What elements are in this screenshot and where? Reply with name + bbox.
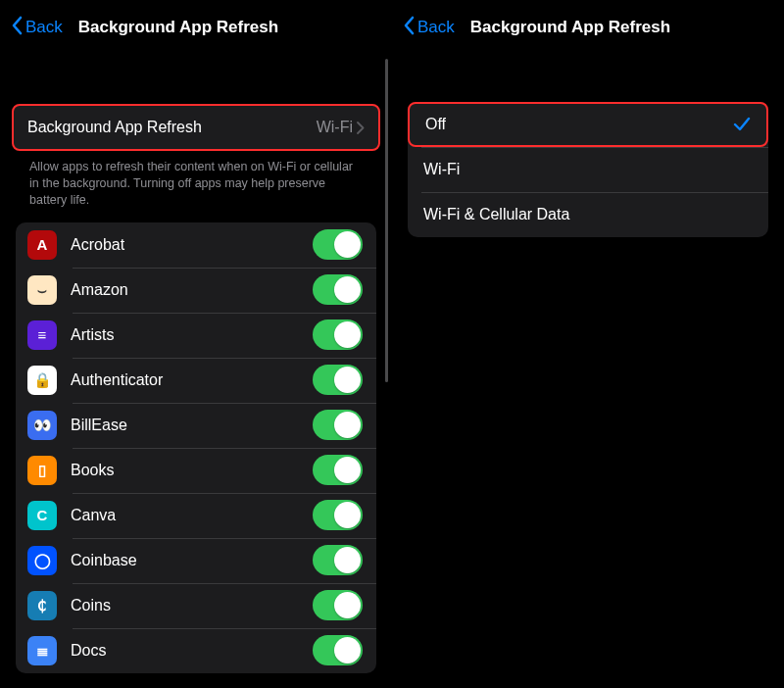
back-button[interactable]: Back	[402, 16, 455, 40]
app-label: BillEase	[71, 417, 313, 434]
app-row: 👀BillEase	[16, 403, 376, 448]
app-icon: C	[27, 501, 57, 530]
app-row: AAcrobat	[16, 222, 376, 268]
app-toggle[interactable]	[313, 229, 363, 260]
checkmark-icon	[733, 117, 751, 132]
back-label: Back	[417, 18, 455, 37]
app-toggle[interactable]	[313, 410, 363, 440]
app-toggle[interactable]	[313, 545, 363, 575]
scroll-indicator[interactable]	[385, 59, 388, 382]
nav-header: Back Background App Refresh	[392, 0, 784, 55]
app-label: Coins	[71, 597, 313, 614]
app-row: ▯Books	[16, 448, 376, 493]
app-row: ≡Artists	[16, 313, 376, 358]
app-toggle[interactable]	[313, 455, 363, 485]
app-list: AAcrobat⌣Amazon≡Artists🔒Authenticator👀Bi…	[16, 222, 376, 673]
app-row: ≣Docs	[16, 628, 376, 673]
page-title: Background App Refresh	[78, 18, 278, 37]
app-row: ₵Coins	[16, 583, 376, 628]
app-label: Coinbase	[71, 552, 313, 569]
screen-right: Back Background App Refresh OffWi-FiWi-F…	[392, 0, 784, 688]
app-label: Amazon	[71, 281, 313, 299]
app-label: Authenticator	[71, 371, 313, 389]
app-toggle[interactable]	[313, 500, 363, 530]
app-row: CCanva	[16, 493, 376, 538]
app-icon: ≣	[27, 636, 57, 665]
refresh-option-row[interactable]: Wi-Fi & Cellular Data	[408, 192, 768, 237]
refresh-option-row[interactable]: Off	[408, 102, 768, 147]
app-row: ◯Coinbase	[16, 538, 376, 583]
screen-left: Back Background App Refresh Background A…	[0, 0, 392, 688]
back-button[interactable]: Back	[10, 16, 63, 40]
setting-footer-text: Allow apps to refresh their content when…	[0, 151, 392, 222]
app-icon: ⌣	[27, 275, 57, 305]
page-title: Background App Refresh	[470, 18, 670, 37]
setting-row-value: Wi-Fi	[317, 119, 353, 136]
app-icon: 👀	[27, 411, 57, 440]
app-icon: ≡	[27, 320, 57, 350]
chevron-right-icon	[357, 122, 365, 134]
background-refresh-setting-row[interactable]: Background App Refresh Wi-Fi	[12, 104, 380, 151]
app-label: Canva	[71, 507, 313, 524]
app-toggle[interactable]	[313, 365, 363, 395]
app-toggle[interactable]	[313, 319, 363, 350]
app-icon: ◯	[27, 546, 57, 575]
app-row: 🔒Authenticator	[16, 358, 376, 403]
option-label: Off	[425, 116, 733, 133]
chevron-left-icon	[402, 16, 416, 40]
setting-row-label: Background App Refresh	[27, 119, 317, 136]
option-label: Wi-Fi	[423, 161, 753, 178]
app-toggle[interactable]	[313, 590, 363, 620]
refresh-options-list: OffWi-FiWi-Fi & Cellular Data	[408, 102, 768, 237]
app-label: Docs	[71, 642, 313, 660]
refresh-option-row[interactable]: Wi-Fi	[408, 147, 768, 192]
app-label: Books	[71, 462, 313, 479]
app-icon: ₵	[27, 591, 57, 620]
back-label: Back	[25, 18, 63, 37]
chevron-left-icon	[10, 16, 24, 40]
app-icon: ▯	[27, 456, 57, 485]
app-toggle[interactable]	[313, 635, 363, 665]
app-icon: 🔒	[27, 366, 57, 395]
nav-header: Back Background App Refresh	[0, 0, 392, 55]
option-label: Wi-Fi & Cellular Data	[423, 206, 753, 223]
app-row: ⌣Amazon	[16, 268, 376, 313]
app-icon: A	[27, 230, 57, 260]
app-label: Acrobat	[71, 236, 313, 254]
app-toggle[interactable]	[313, 274, 363, 305]
app-label: Artists	[71, 326, 313, 344]
